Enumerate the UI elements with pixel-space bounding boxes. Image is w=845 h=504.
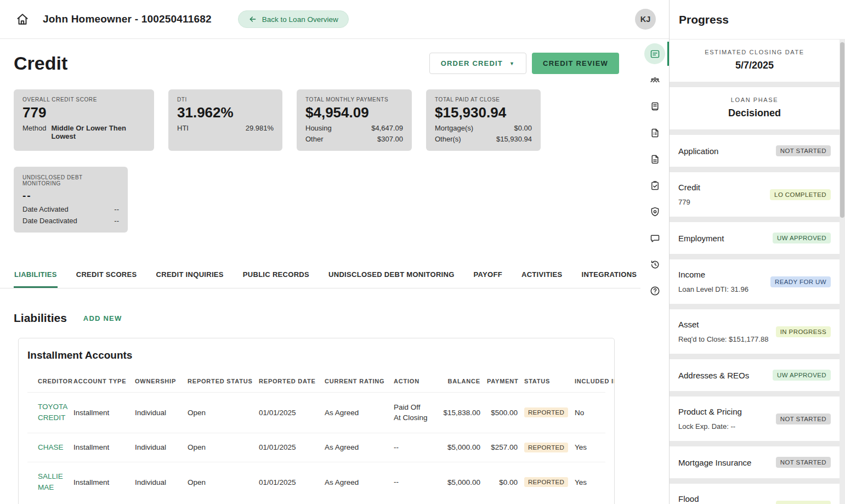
home-button[interactable] xyxy=(14,11,31,27)
progress-item-title: Credit xyxy=(678,183,700,192)
liabilities-heading: Liabilities xyxy=(14,312,67,325)
stat-row-value: -- xyxy=(114,205,119,213)
cell-current-rating: As Agreed xyxy=(325,443,394,451)
progress-item-title: Asset xyxy=(678,320,768,329)
progress-item-product-pricing[interactable]: Product & Pricing Lock Exp. Date: -- NOT… xyxy=(670,397,840,441)
tab-credit-inquiries[interactable]: CREDIT INQUIRIES xyxy=(156,263,224,288)
creditor-link[interactable]: SALLIE MAE xyxy=(38,471,73,494)
progress-item-addresses-reos[interactable]: Addresses & REOs UW APPROVED xyxy=(670,359,840,391)
table-row: CHASE Installment Individual Open 01/01/… xyxy=(27,433,605,462)
rail-item-audit-shield[interactable] xyxy=(640,199,669,225)
history-icon xyxy=(649,259,661,270)
cell-ownership: Individual xyxy=(135,409,188,417)
arrow-left-icon xyxy=(248,15,257,24)
col-creditor: CREDITOR xyxy=(27,378,73,384)
stat-card-total-monthly-payments: TOTAL MONTHLY PAYMENTS $4,954.09 Housing… xyxy=(297,89,412,151)
progress-item-title: Product & Pricing xyxy=(678,407,742,416)
tab-payoff[interactable]: PAYOFF xyxy=(473,263,503,288)
creditor-link[interactable]: CHASE xyxy=(38,442,64,453)
rail-item-loan-summary[interactable] xyxy=(640,41,669,67)
progress-status-badge: NOT STARTED xyxy=(776,414,831,424)
stat-cards-row: OVERALL CREDIT SCORE 779 Method Middle O… xyxy=(14,89,619,151)
back-to-loan-overview-button[interactable]: Back to Loan Overview xyxy=(238,10,349,28)
tab-public-records[interactable]: PUBLIC RECORDS xyxy=(242,263,310,288)
tab-credit-scores[interactable]: CREDIT SCORES xyxy=(76,263,138,288)
rail-item-billing[interactable] xyxy=(640,93,669,120)
progress-title: Progress xyxy=(670,0,840,39)
col-balance: BALANCE xyxy=(434,378,487,384)
col-included-in-dti: INCLUDED IN DTI xyxy=(575,378,615,384)
cell-ownership: Individual xyxy=(135,443,188,451)
rail-item-borrowers[interactable] xyxy=(640,67,669,93)
cell-action: -- xyxy=(394,477,429,488)
status-badge: REPORTED xyxy=(524,443,568,452)
stat-value: 31.962% xyxy=(177,104,274,121)
progress-item-income[interactable]: Income Loan Level DTI: 31.96 READY FOR U… xyxy=(670,259,840,304)
tab-activities[interactable]: ACTIVITIES xyxy=(521,263,563,288)
closing-date-label: ESTIMATED CLOSING DATE xyxy=(675,49,834,55)
progress-item-flood[interactable]: Flood Flood Zone: Unknown IN PROGRESS xyxy=(670,484,840,504)
rail-item-help[interactable] xyxy=(640,278,669,304)
page-scrollbar xyxy=(840,0,845,504)
status-badge: REPORTED xyxy=(524,407,568,417)
loan-summary-icon xyxy=(649,48,661,60)
cell-reported-status: Open xyxy=(188,478,259,486)
rail-item-documents[interactable] xyxy=(640,146,669,172)
add-new-button[interactable]: ADD NEW xyxy=(83,314,122,322)
stat-label: DTI xyxy=(177,97,274,103)
scrollbar-thumb[interactable] xyxy=(840,42,844,218)
tab-undisclosed-debt-monitoring[interactable]: UNDISCLOSED DEBT MONITORING xyxy=(328,263,455,288)
rail-item-history[interactable] xyxy=(640,251,669,278)
progress-item-mortgage-insurance[interactable]: Mortgage Insurance NOT STARTED xyxy=(670,446,840,478)
cell-current-rating: As Agreed xyxy=(325,478,394,486)
order-credit-button[interactable]: ORDER CREDIT ▼ xyxy=(429,53,526,74)
cell-ownership: Individual xyxy=(135,478,188,486)
cell-payment: $257.00 xyxy=(487,443,524,451)
progress-item-title: Flood xyxy=(678,494,748,503)
avatar[interactable]: KJ xyxy=(635,9,656,30)
progress-item-title: Employment xyxy=(678,234,724,243)
credit-review-button[interactable]: CREDIT REVIEW xyxy=(532,53,619,74)
scrollbar-track[interactable] xyxy=(840,39,845,504)
cell-account-type: Installment xyxy=(73,409,135,417)
progress-item-credit[interactable]: Credit 779 LO COMPLETED xyxy=(670,172,840,217)
progress-status-badge: UW APPROVED xyxy=(773,370,831,381)
progress-item-application[interactable]: Application NOT STARTED xyxy=(670,135,840,167)
rail-item-checklist[interactable] xyxy=(640,172,669,199)
col-status: STATUS xyxy=(524,378,575,384)
tab-integrations[interactable]: INTEGRATIONS xyxy=(581,263,637,288)
progress-status-badge: IN PROGRESS xyxy=(776,501,831,504)
cell-payment: $0.00 xyxy=(487,478,524,486)
cell-included-in-dti: No xyxy=(575,409,615,417)
table-title: Installment Accounts xyxy=(27,349,605,361)
chevron-down-icon: ▼ xyxy=(509,61,515,66)
stat-card-overall-credit-score: OVERALL CREDIT SCORE 779 Method Middle O… xyxy=(14,89,154,151)
cell-reported-status: Open xyxy=(188,409,259,417)
rail-item-file-tasks[interactable] xyxy=(640,120,669,146)
stat-row-value: $307.00 xyxy=(377,135,403,143)
creditor-link[interactable]: TOYOTA CREDIT xyxy=(38,401,73,424)
stat-label: UNDISCLOSED DEBT MONITORING xyxy=(22,174,119,186)
cell-reported-status: Open xyxy=(188,443,259,451)
tab-liabilities[interactable]: LIABILITIES xyxy=(14,263,58,288)
progress-item-subtitle: 779 xyxy=(678,198,700,206)
icon-rail xyxy=(640,39,669,504)
loan-phase-label: LOAN PHASE xyxy=(675,97,834,103)
home-icon xyxy=(15,12,30,26)
main-content: Credit ORDER CREDIT ▼ CREDIT REVIEW OVER… xyxy=(0,39,640,504)
rail-item-messages[interactable] xyxy=(640,225,669,251)
progress-status-badge: READY FOR UW xyxy=(770,276,831,287)
stat-row-value: $0.00 xyxy=(514,124,532,132)
file-tasks-icon xyxy=(649,127,661,139)
cell-account-type: Installment xyxy=(73,478,135,486)
stat-row-value: 29.981% xyxy=(246,124,274,132)
stat-card-undisclosed-debt-monitoring: UNDISCLOSED DEBT MONITORING -- Date Acti… xyxy=(14,167,128,233)
table-row: TOYOTA CREDIT Installment Individual Ope… xyxy=(27,392,605,433)
progress-item-title: Mortgage Insurance xyxy=(678,458,751,467)
progress-status-badge: LO COMPLETED xyxy=(770,189,831,200)
progress-item-employment[interactable]: Employment UW APPROVED xyxy=(670,222,840,254)
table-header-row: CREDITOR ACCOUNT TYPE OWNERSHIP REPORTED… xyxy=(27,378,605,392)
progress-item-asset[interactable]: Asset Req'd to Close: $151,177.88 IN PRO… xyxy=(670,309,840,354)
back-button-label: Back to Loan Overview xyxy=(262,15,338,24)
col-current-rating: CURRENT RATING xyxy=(325,378,394,384)
